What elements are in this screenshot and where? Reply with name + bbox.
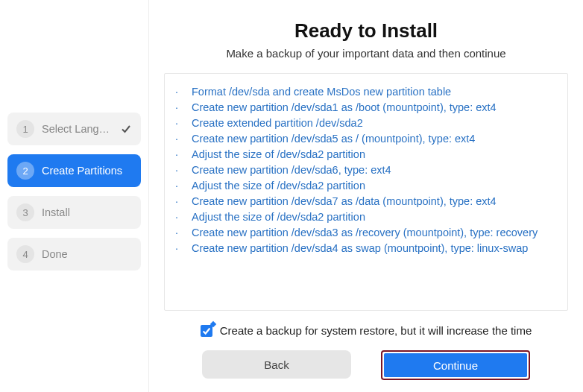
bullet-icon: · [175, 162, 180, 178]
step-label: Select Langu… [42, 123, 113, 135]
operation-text: Format /dev/sda and create MsDos new par… [192, 84, 451, 100]
operation-row: ·Adjust the size of /dev/sda2 partition [172, 147, 560, 162]
bullet-icon: · [175, 225, 180, 241]
operation-text: Create new partition /dev/sda6, type: ex… [192, 162, 391, 178]
continue-button-highlight: Continue [381, 350, 530, 380]
step-number: 4 [16, 245, 34, 263]
step-label: Install [42, 206, 132, 218]
operation-text: Create new partition /dev/sda5 as / (mou… [192, 131, 475, 147]
bullet-icon: · [175, 147, 180, 162]
bullet-icon: · [175, 241, 180, 256]
step-number: 3 [16, 203, 34, 221]
operation-row: ·Create new partition /dev/sda5 as / (mo… [172, 131, 560, 147]
step-label: Create Partitions [42, 165, 132, 177]
operation-text: Adjust the size of /dev/sda2 partition [192, 147, 365, 162]
continue-button[interactable]: Continue [384, 353, 527, 377]
operation-row: ·Create new partition /dev/sda3 as /reco… [172, 225, 560, 241]
operation-text: Adjust the size of /dev/sda2 partition [192, 178, 365, 194]
operation-row: ·Create new partition /dev/sda4 as swap … [172, 241, 560, 256]
operation-row: ·Adjust the size of /dev/sda2 partition [172, 178, 560, 194]
operation-text: Create new partition /dev/sda1 as /boot … [192, 100, 497, 116]
step-1[interactable]: 1Select Langu… [7, 113, 141, 145]
check-icon [120, 123, 132, 135]
step-4[interactable]: 4Done [7, 238, 141, 271]
bullet-icon: · [175, 100, 180, 116]
operation-text: Adjust the size of /dev/sda2 partition [192, 209, 365, 225]
bullet-icon: · [175, 209, 180, 225]
page-title: Ready to Install [164, 19, 568, 42]
bullet-icon: · [175, 84, 180, 100]
operation-row: ·Create new partition /dev/sda7 as /data… [172, 194, 560, 209]
operation-row: ·Create new partition /dev/sda6, type: e… [172, 162, 560, 178]
operation-text: Create extended partition /dev/sda2 [192, 116, 363, 131]
step-label: Done [42, 248, 132, 260]
operation-row: ·Create extended partition /dev/sda2 [172, 116, 560, 131]
bullet-icon: · [175, 116, 180, 131]
operations-panel: ·Format /dev/sda and create MsDos new pa… [164, 73, 568, 311]
page-subtitle: Make a backup of your important data and… [164, 47, 568, 60]
sidebar: 1Select Langu…2Create Partitions3Install… [0, 0, 149, 392]
step-3[interactable]: 3Install [7, 196, 141, 229]
operation-text: Create new partition /dev/sda3 as /recov… [192, 225, 538, 241]
back-button[interactable]: Back [202, 350, 351, 379]
bullet-icon: · [175, 178, 180, 194]
button-row: Back Continue [164, 350, 568, 380]
operation-row: ·Format /dev/sda and create MsDos new pa… [172, 84, 560, 100]
operation-text: Create new partition /dev/sda7 as /data … [192, 194, 497, 209]
operation-text: Create new partition /dev/sda4 as swap (… [192, 241, 528, 256]
backup-row: Create a backup for system restore, but … [164, 324, 568, 337]
main-panel: Ready to Install Make a backup of your i… [149, 0, 583, 392]
backup-label: Create a backup for system restore, but … [220, 324, 532, 337]
bullet-icon: · [175, 131, 180, 147]
backup-checkbox[interactable] [201, 325, 212, 337]
step-2[interactable]: 2Create Partitions [7, 154, 141, 187]
step-number: 1 [16, 120, 34, 138]
operation-row: ·Create new partition /dev/sda1 as /boot… [172, 100, 560, 116]
bullet-icon: · [175, 194, 180, 209]
operation-row: ·Adjust the size of /dev/sda2 partition [172, 209, 560, 225]
step-number: 2 [16, 162, 34, 180]
